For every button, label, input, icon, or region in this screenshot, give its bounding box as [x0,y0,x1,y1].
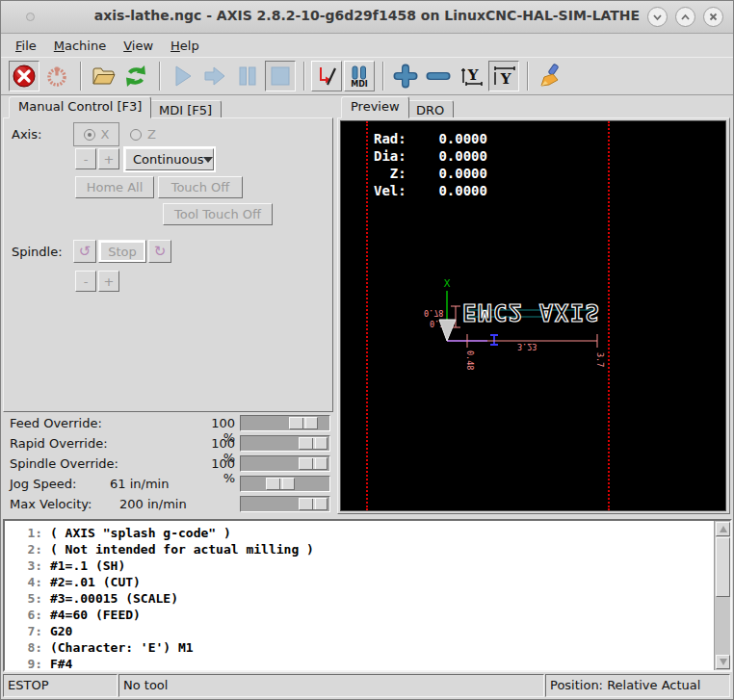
open-file-button[interactable] [88,61,118,91]
tab-preview[interactable]: Preview [341,96,409,118]
toolbar-separator [382,62,384,91]
spindle-cw-button[interactable]: ↻ [148,240,171,263]
touch-off-button[interactable]: Touch Off [158,176,243,198]
manual-control-panel: Axis: X Z - + Continuous Home All Touch … [3,117,333,412]
spindle-stop-button[interactable]: Stop [98,240,146,263]
preview-canvas[interactable]: Rad:0.0000 Dia:0.0000 Z:0.0000 Vel:0.000… [340,120,726,511]
toolbar-separator [527,62,529,91]
preview-plot: EMC2 AXIS X 0.48 3.23 [341,121,726,511]
mdi-button[interactable]: MDI [344,61,375,91]
radio-indicator [84,129,95,141]
step-icon [202,64,227,89]
feed-override-label: Feed Override: [10,416,102,430]
triangle-up-icon [720,526,727,532]
menu-help[interactable]: Help [162,37,208,55]
clear-plot-button[interactable] [535,61,565,91]
gcode-line[interactable]: 8:(Character: 'E') M1 [5,639,730,656]
gcode-line[interactable]: 2:( Not intended for actual milling ) [5,541,730,557]
chevron-down-icon [203,149,213,169]
slider-handle[interactable] [299,437,328,450]
rapid-override-slider[interactable] [240,435,330,452]
view-y-button[interactable]: Y [456,61,486,91]
triangle-down-icon [720,659,727,665]
spindle-override-slider[interactable] [240,455,330,472]
run-icon [170,64,195,89]
step-button[interactable] [199,61,230,91]
estop-button[interactable] [9,61,39,91]
gcode-line[interactable]: 4:#2=.01 (CUT) [5,574,730,590]
mdi-icon: MDI [347,64,372,89]
gcode-line[interactable]: 1:( AXIS "splash g-code" ) [5,525,730,541]
jog-plus-button[interactable]: + [98,148,119,169]
toolbar-separator [303,62,305,91]
jog-mode-value: Continuous [126,152,203,167]
rapid-override-row: Rapid Override: 100 % [1,434,333,454]
pause-button[interactable] [232,61,263,91]
status-machine-state: ESTOP [3,674,118,697]
zoom-out-button[interactable] [423,61,454,91]
max-velocity-label: Max Velocity: [10,497,92,511]
jog-speed-slider[interactable] [240,476,330,492]
spindle-ccw-button[interactable]: ↺ [73,240,96,263]
gcode-line[interactable]: 6:#4=60 (FEED) [5,607,730,623]
home-all-button[interactable]: Home All [75,176,154,198]
gcode-listing[interactable]: 1:( AXIS "splash g-code" ) 2:( Not inten… [3,519,732,672]
toolbar-separator [159,62,161,91]
run-button[interactable] [167,61,197,91]
menubar: File Machine View Help [1,35,733,57]
preview-panel: Rad:0.0000 Dia:0.0000 Z:0.0000 Vel:0.000… [337,117,730,514]
spindle-plus-button[interactable]: + [98,271,119,292]
svg-text:MDI: MDI [351,80,368,89]
reload-icon [123,64,148,89]
close-button[interactable] [703,7,723,27]
view-y-icon: Y [459,64,484,89]
axis-z-radio[interactable]: Z [130,127,156,142]
jog-minus-button[interactable]: - [75,148,96,169]
machine-power-button[interactable] [41,61,72,91]
rotate-ccw-icon: ↺ [79,243,92,260]
axis-window: axis-lathe.ngc - AXIS 2.8.2-10-g6d29f145… [0,0,734,700]
menu-view[interactable]: View [115,37,162,55]
scroll-down-button[interactable] [716,655,730,669]
maximize-button[interactable] [675,7,695,27]
svg-text:3.23: 3.23 [517,342,537,351]
slider-handle[interactable] [266,478,295,490]
zoom-out-icon [426,64,451,89]
view-y2-icon: Y [491,64,516,89]
max-velocity-value: 200 in/min [119,497,187,511]
stop-button[interactable] [265,61,296,91]
window-title: axis-lathe.ngc - AXIS 2.8.2-10-g6d29f145… [1,8,733,23]
slider-handle[interactable] [299,498,328,510]
gcode-line[interactable]: 7:G20 [5,623,730,639]
run-from-line-button[interactable] [311,61,342,91]
spindle-minus-button[interactable]: - [75,271,96,292]
gcode-line[interactable]: 3:#1=.1 (SH) [5,557,730,574]
slider-handle[interactable] [289,417,318,429]
minimize-button[interactable] [647,7,668,27]
menu-file[interactable]: File [7,37,45,55]
view-y2-button[interactable]: Y [488,61,519,91]
splash-gcode-text: EMC2 AXIS [462,298,601,325]
scroll-up-button[interactable] [716,522,730,536]
x-axis-label: X [444,277,451,290]
tool-cone-icon [439,320,456,341]
axis-x-radio[interactable]: X [73,122,119,146]
tool-touch-off-button[interactable]: Tool Touch Off [163,203,273,225]
max-velocity-slider[interactable] [240,496,330,512]
scrollbar-thumb[interactable] [716,537,730,597]
feed-override-slider[interactable] [240,415,330,431]
gcode-scrollbar[interactable] [714,521,730,670]
chevron-down-icon [652,12,663,22]
menu-machine[interactable]: Machine [45,37,115,55]
rapid-override-label: Rapid Override: [10,436,108,451]
reload-button[interactable] [120,61,151,91]
slider-handle[interactable] [299,457,328,470]
jog-mode-select[interactable]: Continuous [125,148,214,170]
status-tool-info: No tool [118,674,544,697]
gcode-line[interactable]: 5:#3=.00015 (SCALE) [5,590,730,607]
zoom-in-button[interactable] [390,61,421,91]
tab-manual-control[interactable]: Manual Control [F3] [9,96,151,118]
run-from-line-icon [314,64,339,89]
jog-speed-label: Jog Speed: [10,477,76,491]
gcode-line[interactable]: 9:F#4 [5,656,730,672]
